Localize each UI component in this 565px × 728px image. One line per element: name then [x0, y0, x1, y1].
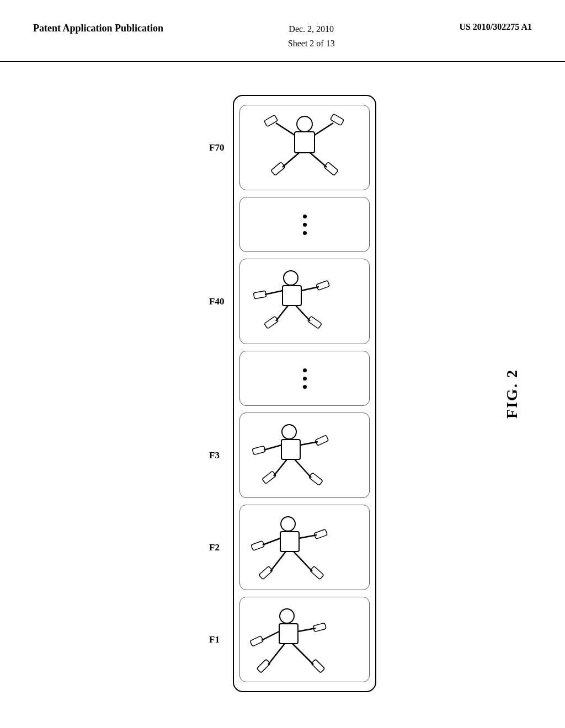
- svg-point-40: [280, 609, 294, 623]
- svg-rect-33: [251, 540, 264, 550]
- svg-line-12: [265, 291, 282, 295]
- svg-rect-31: [280, 532, 299, 552]
- svg-rect-25: [315, 435, 329, 446]
- svg-line-34: [299, 535, 317, 538]
- frame-f3: [239, 413, 370, 498]
- svg-rect-49: [311, 659, 325, 673]
- svg-line-16: [276, 306, 288, 321]
- svg-point-20: [282, 425, 296, 439]
- svg-rect-23: [252, 446, 265, 454]
- svg-line-2: [276, 123, 295, 135]
- svg-line-8: [310, 153, 327, 167]
- svg-rect-3: [264, 115, 278, 126]
- figure-f1-svg: [249, 604, 360, 676]
- figure-f2-svg: [249, 512, 360, 584]
- svg-rect-15: [316, 280, 329, 290]
- svg-rect-47: [257, 659, 270, 673]
- header-sheet: Sheet 2 of 13: [288, 36, 335, 51]
- svg-line-38: [294, 552, 312, 571]
- svg-line-28: [295, 459, 311, 478]
- dot: [303, 368, 307, 372]
- svg-point-10: [284, 271, 298, 285]
- svg-rect-11: [282, 286, 301, 306]
- svg-line-36: [270, 552, 286, 571]
- header-title: Patent Application Publication: [33, 22, 163, 35]
- frame-label-f70: F70: [209, 142, 224, 153]
- svg-rect-39: [310, 566, 324, 579]
- header-date: Dec. 2, 2010: [288, 22, 335, 36]
- main-content: F70: [0, 62, 565, 725]
- frame-f70: [239, 105, 370, 190]
- svg-line-46: [268, 644, 285, 665]
- dot: [303, 231, 307, 235]
- svg-rect-21: [281, 440, 300, 459]
- figure-label-text: FIG. 2: [503, 369, 521, 419]
- filmstrip-container: F70: [233, 95, 376, 692]
- svg-rect-19: [307, 316, 322, 329]
- svg-rect-35: [314, 529, 327, 539]
- dot: [303, 223, 307, 227]
- figure-f40-svg: [249, 266, 360, 338]
- page-header: Patent Application Publication Dec. 2, 2…: [0, 0, 565, 62]
- svg-rect-17: [264, 316, 279, 329]
- frame-label-f1: F1: [209, 634, 220, 645]
- svg-rect-43: [250, 636, 264, 646]
- svg-rect-37: [259, 566, 273, 579]
- dot: [303, 377, 307, 381]
- frame-dots-2: [239, 351, 370, 406]
- dot: [303, 215, 307, 218]
- svg-line-48: [292, 644, 313, 665]
- svg-line-18: [296, 306, 310, 321]
- svg-line-26: [274, 459, 287, 476]
- svg-line-24: [300, 442, 318, 445]
- svg-line-32: [263, 538, 280, 545]
- svg-rect-9: [324, 162, 338, 175]
- figure-label: FIG. 2: [503, 369, 521, 419]
- svg-point-0: [297, 116, 312, 132]
- frame-f2: [239, 505, 370, 590]
- dot: [303, 385, 307, 389]
- frame-f40: [239, 259, 370, 344]
- svg-line-42: [262, 631, 279, 640]
- frame-f1: [239, 597, 370, 682]
- svg-rect-45: [313, 623, 326, 631]
- frame-dots-1: [239, 197, 370, 252]
- figure-f70-svg: [249, 112, 360, 184]
- frame-label-f2: F2: [209, 542, 220, 553]
- svg-rect-29: [308, 473, 323, 485]
- filmstrip: F70: [233, 95, 376, 692]
- svg-rect-1: [295, 132, 315, 153]
- header-center: Dec. 2, 2010 Sheet 2 of 13: [288, 22, 335, 50]
- figure-f3-svg: [249, 420, 360, 491]
- svg-line-22: [264, 445, 281, 450]
- frame-label-f40: F40: [209, 296, 224, 307]
- svg-rect-7: [271, 162, 285, 175]
- frame-label-f3: F3: [209, 450, 220, 461]
- svg-point-30: [281, 517, 295, 531]
- svg-line-14: [301, 287, 319, 291]
- header-patent-number: US 2010/302275 A1: [459, 22, 532, 32]
- svg-line-44: [298, 628, 316, 631]
- svg-rect-13: [253, 291, 266, 299]
- svg-rect-41: [279, 624, 298, 644]
- svg-line-4: [315, 123, 333, 135]
- svg-line-6: [282, 153, 299, 167]
- svg-rect-27: [262, 471, 276, 484]
